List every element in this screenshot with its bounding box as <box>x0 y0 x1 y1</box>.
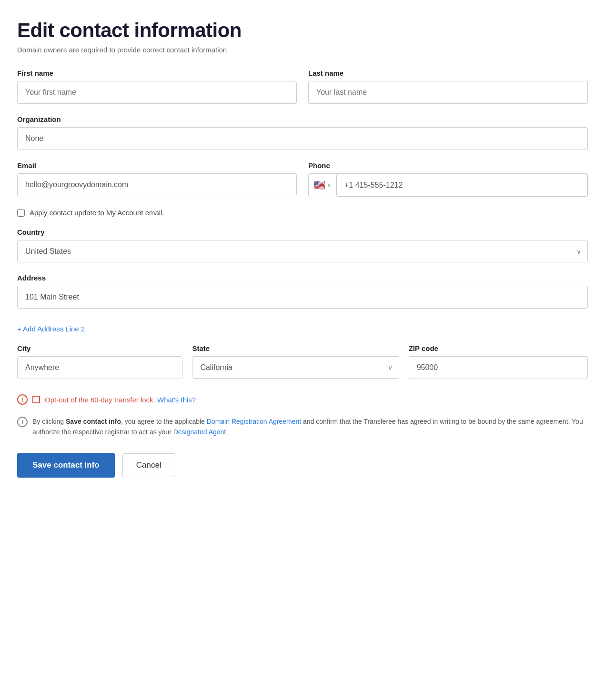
designated-agent-link[interactable]: Designated Agent <box>173 428 226 436</box>
button-row: Save contact info Cancel <box>17 453 588 478</box>
legal-text-end: . <box>226 428 228 436</box>
state-select-wrapper: California New York Texas ∨ <box>192 356 399 379</box>
cancel-button[interactable]: Cancel <box>122 453 175 477</box>
apply-email-label: Apply contact update to My Account email… <box>30 209 164 217</box>
phone-label: Phone <box>308 161 588 170</box>
apply-email-row: Apply contact update to My Account email… <box>17 209 588 217</box>
save-contact-info-button[interactable]: Save contact info <box>17 453 115 478</box>
transfer-lock-row: ! Opt-out of the 60-day transfer lock. W… <box>17 392 588 407</box>
country-label: Country <box>17 228 588 236</box>
legal-info-row: i By clicking Save contact info, you agr… <box>17 416 588 438</box>
first-name-input[interactable] <box>17 81 297 104</box>
city-label: City <box>17 344 182 352</box>
page-subtitle: Domain owners are required to provide co… <box>17 46 588 54</box>
transfer-lock-label: Opt-out of the 60-day transfer lock. Wha… <box>45 396 198 404</box>
address-label: Address <box>17 274 588 282</box>
legal-text-middle: , you agree to the applicable <box>121 418 207 425</box>
phone-input[interactable] <box>336 174 587 197</box>
alert-icon: ! <box>17 394 28 405</box>
legal-bold-text: Save contact info <box>66 418 121 425</box>
email-label: Email <box>17 161 297 170</box>
domain-registration-agreement-link[interactable]: Domain Registration Agreement <box>207 418 301 425</box>
phone-field: 🇺🇸 ∨ <box>308 173 588 197</box>
address-input[interactable] <box>17 286 588 309</box>
first-name-label: First name <box>17 69 297 77</box>
organization-label: Organization <box>17 115 588 123</box>
chevron-down-icon: ∨ <box>327 182 331 189</box>
last-name-input[interactable] <box>308 81 588 104</box>
whats-this-link[interactable]: What's this?. <box>157 396 198 404</box>
country-select[interactable]: United States Canada United Kingdom <box>17 240 588 262</box>
transfer-lock-checkbox[interactable] <box>32 396 40 403</box>
flag-icon: 🇺🇸 <box>313 180 325 191</box>
apply-email-checkbox[interactable] <box>17 209 25 217</box>
legal-text: By clicking Save contact info, you agree… <box>32 416 588 438</box>
legal-text-before: By clicking <box>32 418 66 425</box>
add-address-line2-link[interactable]: + Add Address Line 2 <box>17 325 85 333</box>
state-label: State <box>192 344 399 352</box>
country-select-wrapper: United States Canada United Kingdom ∨ <box>17 240 588 262</box>
organization-input[interactable] <box>17 127 588 150</box>
state-select[interactable]: California New York Texas <box>192 356 399 379</box>
last-name-label: Last name <box>308 69 588 77</box>
email-input[interactable] <box>17 173 297 196</box>
phone-country-selector[interactable]: 🇺🇸 ∨ <box>309 174 336 197</box>
zip-input[interactable] <box>409 356 588 379</box>
page-title: Edit contact information <box>17 19 588 42</box>
info-icon: i <box>17 417 28 427</box>
city-input[interactable] <box>17 356 182 379</box>
transfer-lock-text: Opt-out of the 60-day transfer lock. <box>45 396 155 404</box>
zip-label: ZIP code <box>409 344 588 352</box>
